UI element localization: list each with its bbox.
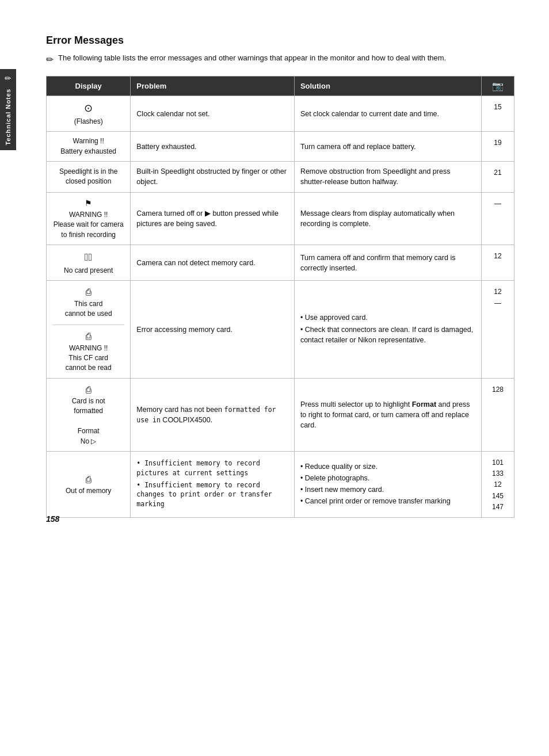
col-problem: Problem xyxy=(131,77,295,96)
bullet-item: Reduce quality or size. xyxy=(300,461,475,472)
table-row: Warning !! Battery exhausted Battery exh… xyxy=(47,132,514,162)
ref-cell: 12 xyxy=(482,245,514,280)
error-messages-table: Display Problem Solution 📷 ⊙ (Flashes) C… xyxy=(46,76,514,518)
ref-cell: 19 xyxy=(482,132,514,162)
bullet-item: Insert new memory card. xyxy=(300,484,475,495)
display-label: No card present xyxy=(64,266,113,274)
solution-cell: Reduce quality or size. Delete photograp… xyxy=(294,451,481,517)
display-label: WARNING !! Please wait for camera to fin… xyxy=(54,211,124,239)
display-label-1: This cardcannot be used xyxy=(65,300,112,318)
memory-icon: ⎙ xyxy=(52,473,124,486)
bullet-item: Cancel print order or remove transfer ma… xyxy=(300,496,475,506)
solution-cell: Message clears from display automaticall… xyxy=(294,192,481,245)
problem-cell: Error accessing memory card. xyxy=(131,281,295,378)
display-cell: ⎙ This cardcannot be used ⎙ WARNING !!Th… xyxy=(47,281,131,378)
ref-cell: 21 xyxy=(482,162,514,192)
problem-cell: Camera can not detect memory card. xyxy=(131,245,295,280)
format-bold: Format xyxy=(412,400,436,408)
page-number: 158 xyxy=(46,514,59,524)
col-ref: 📷 xyxy=(482,77,514,96)
no-card-icon: 🗂⃠ xyxy=(52,250,124,265)
format-icon: ⎙ xyxy=(52,383,124,396)
clock-icon: ⊙ xyxy=(52,101,124,116)
display-label-2: WARNING !!This CF cardcannot be read xyxy=(66,344,112,372)
col-solution: Solution xyxy=(294,77,481,96)
side-tab-label: Technical Notes xyxy=(5,89,12,146)
solution-bullets: Reduce quality or size. Delete photograp… xyxy=(300,461,475,507)
ref-cell: 12 — xyxy=(482,281,514,378)
double-display: ⎙ This cardcannot be used ⎙ WARNING !!Th… xyxy=(52,285,124,373)
page-container: ✏ Technical Notes Error Messages ✏ The f… xyxy=(0,0,549,541)
side-tab: ✏ Technical Notes xyxy=(0,69,16,150)
display-label: Out of memory xyxy=(66,487,111,495)
problem-cell: Memory card has not been formatted for u… xyxy=(131,378,295,451)
solution-cell: Set clock calendar to current date and t… xyxy=(294,96,481,132)
solution-cell: Turn camera off and confirm that memory … xyxy=(294,245,481,280)
display-cell: ⚑ WARNING !! Please wait for camera to f… xyxy=(47,192,131,245)
table-row: ⎙ This cardcannot be used ⎙ WARNING !!Th… xyxy=(47,281,514,378)
bullet-item: Insufficient memory to record changes to… xyxy=(136,480,288,509)
bullet-item: Insufficient memory to record pictures a… xyxy=(136,459,288,478)
card-icon-1: ⎙ xyxy=(52,285,124,299)
display-label: Card is not formatted Format No ▷ xyxy=(72,397,105,445)
solution-bullets: Use approved card. Check that connectors… xyxy=(300,312,475,345)
table-row: ⎙ Out of memory Insufficient memory to r… xyxy=(47,451,514,517)
mono-text: formatted for use in xyxy=(136,406,276,424)
display-cell: ⎙ Card is not formatted Format No ▷ xyxy=(47,378,131,451)
problem-cell: Built-in Speedlight obstructed by finger… xyxy=(131,162,295,192)
display-cell: 🗂⃠ No card present xyxy=(47,245,131,280)
card-icon-2: ⎙ xyxy=(52,330,124,343)
solution-cell: Remove obstruction from Speedlight and p… xyxy=(294,162,481,192)
bullet-item: Check that connectors are clean. If card… xyxy=(300,324,475,345)
col-display: Display xyxy=(47,77,131,96)
display-cell: Speedlight is in the closed position xyxy=(47,162,131,192)
display-cell: Warning !! Battery exhausted xyxy=(47,132,131,162)
table-row: ⚑ WARNING !! Please wait for camera to f… xyxy=(47,192,514,245)
table-row: ⊙ (Flashes) Clock calendar not set. Set … xyxy=(47,96,514,132)
side-tab-icon: ✏ xyxy=(5,74,12,83)
table-row: 🗂⃠ No card present Camera can not detect… xyxy=(47,245,514,280)
display-cell: ⊙ (Flashes) xyxy=(47,96,131,132)
ref-cell: 128 xyxy=(482,378,514,451)
table-row: Speedlight is in the closed position Bui… xyxy=(47,162,514,192)
solution-cell: Press multi selector up to highlight For… xyxy=(294,378,481,451)
display-label: Speedlight is in the closed position xyxy=(59,167,117,185)
warning-icon: ⚑ xyxy=(52,197,124,209)
ref-cell: 15 xyxy=(482,96,514,132)
bullet-item: Use approved card. xyxy=(300,312,475,323)
problem-cell: Insufficient memory to record pictures a… xyxy=(131,451,295,517)
bullet-item: Delete photographs. xyxy=(300,473,475,483)
problem-cell: Camera turned off or ▶ button pressed wh… xyxy=(131,192,295,245)
ref-cell: 101 133 12 145 147 xyxy=(482,451,514,517)
display-label: Warning !! Battery exhausted xyxy=(60,137,116,155)
solution-cell: Use approved card. Check that connectors… xyxy=(294,281,481,378)
display-label: (Flashes) xyxy=(74,117,103,125)
problem-cell: Battery exhausted. xyxy=(131,132,295,162)
table-row: ⎙ Card is not formatted Format No ▷ Memo… xyxy=(47,378,514,451)
ref-cell: — xyxy=(482,192,514,245)
intro-paragraph: The following table lists the error mess… xyxy=(58,52,446,64)
sub-entry-2: ⎙ WARNING !!This CF cardcannot be read xyxy=(52,324,124,373)
note-icon: ✏ xyxy=(46,53,54,67)
display-cell: ⎙ Out of memory xyxy=(47,451,131,517)
section-title: Error Messages xyxy=(46,35,514,47)
problem-bullets: Insufficient memory to record pictures a… xyxy=(136,459,288,509)
sub-entry-1: ⎙ This cardcannot be used xyxy=(52,285,124,319)
problem-cell: Clock calendar not set. xyxy=(131,96,295,132)
solution-cell: Turn camera off and replace battery. xyxy=(294,132,481,162)
intro-text: ✏ The following table lists the error me… xyxy=(46,52,514,67)
